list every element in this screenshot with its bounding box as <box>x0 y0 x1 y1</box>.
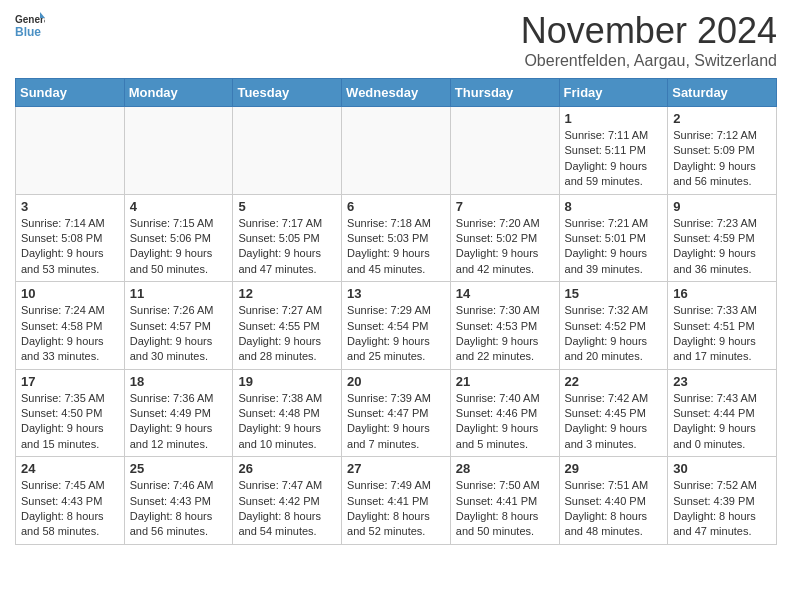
calendar-cell: 23Sunrise: 7:43 AM Sunset: 4:44 PM Dayli… <box>668 369 777 457</box>
logo: General Blue <box>15 10 45 40</box>
calendar-cell: 14Sunrise: 7:30 AM Sunset: 4:53 PM Dayli… <box>450 282 559 370</box>
calendar-cell <box>233 107 342 195</box>
day-info: Sunrise: 7:50 AM Sunset: 4:41 PM Dayligh… <box>456 478 554 540</box>
day-info: Sunrise: 7:39 AM Sunset: 4:47 PM Dayligh… <box>347 391 445 453</box>
week-row: 24Sunrise: 7:45 AM Sunset: 4:43 PM Dayli… <box>16 457 777 545</box>
day-number: 28 <box>456 461 554 476</box>
week-row: 17Sunrise: 7:35 AM Sunset: 4:50 PM Dayli… <box>16 369 777 457</box>
day-info: Sunrise: 7:24 AM Sunset: 4:58 PM Dayligh… <box>21 303 119 365</box>
day-number: 5 <box>238 199 336 214</box>
day-info: Sunrise: 7:15 AM Sunset: 5:06 PM Dayligh… <box>130 216 228 278</box>
calendar-cell: 30Sunrise: 7:52 AM Sunset: 4:39 PM Dayli… <box>668 457 777 545</box>
calendar-cell: 16Sunrise: 7:33 AM Sunset: 4:51 PM Dayli… <box>668 282 777 370</box>
day-number: 13 <box>347 286 445 301</box>
day-number: 11 <box>130 286 228 301</box>
weekday-header: Friday <box>559 79 668 107</box>
day-number: 6 <box>347 199 445 214</box>
day-number: 27 <box>347 461 445 476</box>
weekday-header: Monday <box>124 79 233 107</box>
calendar-cell: 22Sunrise: 7:42 AM Sunset: 4:45 PM Dayli… <box>559 369 668 457</box>
calendar-cell: 18Sunrise: 7:36 AM Sunset: 4:49 PM Dayli… <box>124 369 233 457</box>
calendar-cell: 1Sunrise: 7:11 AM Sunset: 5:11 PM Daylig… <box>559 107 668 195</box>
weekday-header: Tuesday <box>233 79 342 107</box>
day-number: 17 <box>21 374 119 389</box>
day-number: 7 <box>456 199 554 214</box>
day-number: 23 <box>673 374 771 389</box>
weekday-header-row: SundayMondayTuesdayWednesdayThursdayFrid… <box>16 79 777 107</box>
weekday-header: Thursday <box>450 79 559 107</box>
calendar-cell <box>450 107 559 195</box>
day-number: 19 <box>238 374 336 389</box>
calendar-cell: 13Sunrise: 7:29 AM Sunset: 4:54 PM Dayli… <box>342 282 451 370</box>
location: Oberentfelden, Aargau, Switzerland <box>521 52 777 70</box>
weekday-header: Saturday <box>668 79 777 107</box>
calendar-cell <box>124 107 233 195</box>
day-number: 14 <box>456 286 554 301</box>
day-number: 12 <box>238 286 336 301</box>
day-info: Sunrise: 7:12 AM Sunset: 5:09 PM Dayligh… <box>673 128 771 190</box>
calendar-cell: 10Sunrise: 7:24 AM Sunset: 4:58 PM Dayli… <box>16 282 125 370</box>
day-info: Sunrise: 7:33 AM Sunset: 4:51 PM Dayligh… <box>673 303 771 365</box>
calendar-cell: 21Sunrise: 7:40 AM Sunset: 4:46 PM Dayli… <box>450 369 559 457</box>
week-row: 3Sunrise: 7:14 AM Sunset: 5:08 PM Daylig… <box>16 194 777 282</box>
day-info: Sunrise: 7:18 AM Sunset: 5:03 PM Dayligh… <box>347 216 445 278</box>
calendar-table: SundayMondayTuesdayWednesdayThursdayFrid… <box>15 78 777 545</box>
calendar-cell: 6Sunrise: 7:18 AM Sunset: 5:03 PM Daylig… <box>342 194 451 282</box>
month-title: November 2024 <box>521 10 777 52</box>
day-info: Sunrise: 7:21 AM Sunset: 5:01 PM Dayligh… <box>565 216 663 278</box>
day-number: 8 <box>565 199 663 214</box>
calendar-cell: 27Sunrise: 7:49 AM Sunset: 4:41 PM Dayli… <box>342 457 451 545</box>
day-number: 4 <box>130 199 228 214</box>
day-info: Sunrise: 7:49 AM Sunset: 4:41 PM Dayligh… <box>347 478 445 540</box>
day-info: Sunrise: 7:36 AM Sunset: 4:49 PM Dayligh… <box>130 391 228 453</box>
logo-svg: General Blue <box>15 10 45 40</box>
day-info: Sunrise: 7:38 AM Sunset: 4:48 PM Dayligh… <box>238 391 336 453</box>
calendar-cell: 28Sunrise: 7:50 AM Sunset: 4:41 PM Dayli… <box>450 457 559 545</box>
calendar-cell: 4Sunrise: 7:15 AM Sunset: 5:06 PM Daylig… <box>124 194 233 282</box>
day-number: 3 <box>21 199 119 214</box>
day-number: 1 <box>565 111 663 126</box>
day-info: Sunrise: 7:51 AM Sunset: 4:40 PM Dayligh… <box>565 478 663 540</box>
day-number: 24 <box>21 461 119 476</box>
calendar-cell: 2Sunrise: 7:12 AM Sunset: 5:09 PM Daylig… <box>668 107 777 195</box>
day-info: Sunrise: 7:42 AM Sunset: 4:45 PM Dayligh… <box>565 391 663 453</box>
calendar-cell <box>16 107 125 195</box>
day-number: 9 <box>673 199 771 214</box>
day-number: 29 <box>565 461 663 476</box>
day-number: 22 <box>565 374 663 389</box>
day-info: Sunrise: 7:52 AM Sunset: 4:39 PM Dayligh… <box>673 478 771 540</box>
day-info: Sunrise: 7:20 AM Sunset: 5:02 PM Dayligh… <box>456 216 554 278</box>
day-number: 18 <box>130 374 228 389</box>
weekday-header: Sunday <box>16 79 125 107</box>
day-number: 2 <box>673 111 771 126</box>
day-info: Sunrise: 7:40 AM Sunset: 4:46 PM Dayligh… <box>456 391 554 453</box>
title-block: November 2024 Oberentfelden, Aargau, Swi… <box>521 10 777 70</box>
day-number: 21 <box>456 374 554 389</box>
calendar-cell: 17Sunrise: 7:35 AM Sunset: 4:50 PM Dayli… <box>16 369 125 457</box>
page-container: General Blue November 2024 Oberentfelden… <box>0 0 792 555</box>
logo-wrapper: General Blue <box>15 10 45 40</box>
day-info: Sunrise: 7:23 AM Sunset: 4:59 PM Dayligh… <box>673 216 771 278</box>
calendar-cell: 3Sunrise: 7:14 AM Sunset: 5:08 PM Daylig… <box>16 194 125 282</box>
day-number: 26 <box>238 461 336 476</box>
day-info: Sunrise: 7:11 AM Sunset: 5:11 PM Dayligh… <box>565 128 663 190</box>
calendar-cell: 8Sunrise: 7:21 AM Sunset: 5:01 PM Daylig… <box>559 194 668 282</box>
day-info: Sunrise: 7:17 AM Sunset: 5:05 PM Dayligh… <box>238 216 336 278</box>
weekday-header: Wednesday <box>342 79 451 107</box>
calendar-cell <box>342 107 451 195</box>
day-number: 15 <box>565 286 663 301</box>
day-info: Sunrise: 7:26 AM Sunset: 4:57 PM Dayligh… <box>130 303 228 365</box>
day-info: Sunrise: 7:30 AM Sunset: 4:53 PM Dayligh… <box>456 303 554 365</box>
day-info: Sunrise: 7:27 AM Sunset: 4:55 PM Dayligh… <box>238 303 336 365</box>
calendar-cell: 5Sunrise: 7:17 AM Sunset: 5:05 PM Daylig… <box>233 194 342 282</box>
day-number: 25 <box>130 461 228 476</box>
calendar-cell: 20Sunrise: 7:39 AM Sunset: 4:47 PM Dayli… <box>342 369 451 457</box>
week-row: 10Sunrise: 7:24 AM Sunset: 4:58 PM Dayli… <box>16 282 777 370</box>
day-info: Sunrise: 7:29 AM Sunset: 4:54 PM Dayligh… <box>347 303 445 365</box>
day-info: Sunrise: 7:45 AM Sunset: 4:43 PM Dayligh… <box>21 478 119 540</box>
day-info: Sunrise: 7:46 AM Sunset: 4:43 PM Dayligh… <box>130 478 228 540</box>
calendar-cell: 19Sunrise: 7:38 AM Sunset: 4:48 PM Dayli… <box>233 369 342 457</box>
calendar-cell: 7Sunrise: 7:20 AM Sunset: 5:02 PM Daylig… <box>450 194 559 282</box>
page-header: General Blue November 2024 Oberentfelden… <box>15 10 777 70</box>
calendar-cell: 26Sunrise: 7:47 AM Sunset: 4:42 PM Dayli… <box>233 457 342 545</box>
